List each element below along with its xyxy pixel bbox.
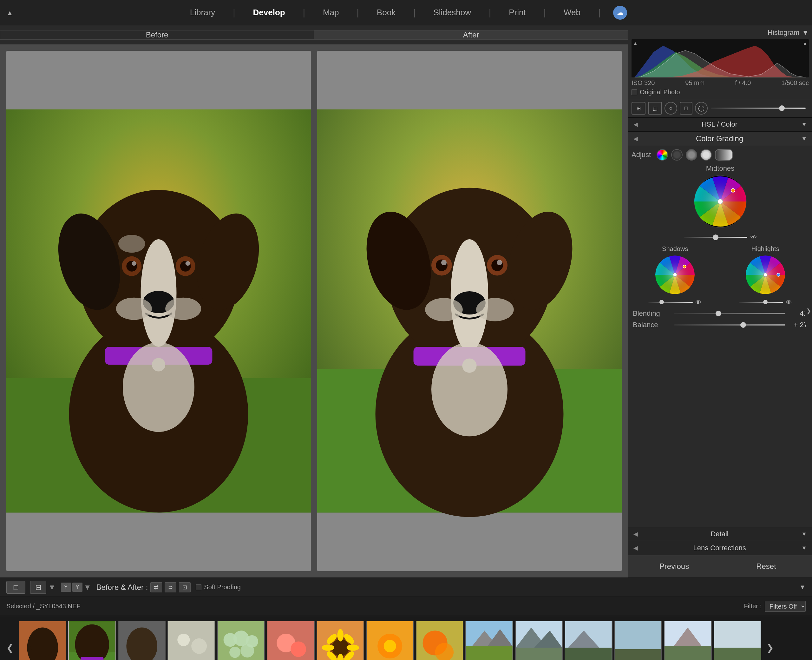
filmstrip-thumb-3[interactable] xyxy=(118,621,166,660)
reset-button[interactable]: Reset xyxy=(720,555,812,578)
collapse-cg-arrow[interactable]: ◀ xyxy=(633,135,638,142)
color-grading-section: Adjust Midtones xyxy=(628,146,812,527)
highlights-color-wheel[interactable] xyxy=(745,254,786,295)
circle2-tool-icon[interactable]: ◯ xyxy=(695,102,708,114)
svg-point-71 xyxy=(337,629,343,641)
filmstrip-thumb-14[interactable] xyxy=(664,621,711,660)
fit-view-btn[interactable]: ⊡ xyxy=(179,582,191,592)
filmstrip-thumb-15[interactable] xyxy=(714,621,761,660)
filmstrip-thumb-13[interactable] xyxy=(614,621,662,660)
filmstrip-right-arrow[interactable]: ❯ xyxy=(763,643,777,653)
original-photo-checkbox[interactable] xyxy=(632,89,637,95)
filmstrip-thumb-7[interactable] xyxy=(317,621,364,660)
svg-point-74 xyxy=(347,644,359,651)
view-mode-icon[interactable]: □ xyxy=(6,581,25,594)
nav-develop[interactable]: Develop xyxy=(248,5,290,20)
after-tab[interactable]: After xyxy=(314,30,628,40)
collapse-detail-arrow[interactable]: ◀ xyxy=(633,530,638,538)
midtones-wheel-center-dot[interactable] xyxy=(718,199,723,204)
yn-arrow[interactable]: ▼ xyxy=(84,583,91,592)
midtones-brightness-slider[interactable] xyxy=(684,237,747,238)
cloud-icon[interactable]: ☁ xyxy=(613,6,627,20)
filmstrip-thumb-6[interactable] xyxy=(267,621,314,660)
filmstrip-thumb-4[interactable] xyxy=(168,621,215,660)
histogram-top-right-arrow[interactable]: ▲ xyxy=(803,41,807,46)
highlights-wheel-dot[interactable] xyxy=(763,273,767,277)
shadows-slider-thumb[interactable] xyxy=(659,300,664,304)
toolbar-dropdown-arrow[interactable]: ▼ xyxy=(799,584,806,591)
grid-tool-icon[interactable]: ⊞ xyxy=(632,102,646,114)
balance-slider[interactable] xyxy=(674,324,785,325)
nav-slideshow[interactable]: Slideshow xyxy=(428,5,476,20)
y-btn[interactable]: Y xyxy=(61,582,71,592)
shadows-slider[interactable] xyxy=(648,302,693,303)
circle-tool-icon[interactable]: ○ xyxy=(665,102,677,114)
filmstrip-thumb-9[interactable] xyxy=(416,621,464,660)
svg-point-34 xyxy=(425,298,463,321)
collapse-lens-arrow[interactable]: ◀ xyxy=(633,544,638,552)
split-arrow[interactable]: ▼ xyxy=(48,583,56,592)
bottom-buttons: Previous Reset xyxy=(628,555,812,578)
filmstrip-thumb-1[interactable] xyxy=(19,621,66,660)
shadows-eye-icon[interactable]: 👁 xyxy=(695,299,702,306)
color-grading-section-header[interactable]: ◀ Color Grading ▼ xyxy=(628,132,812,146)
adjust-global-btn[interactable] xyxy=(715,149,733,160)
blending-slider-thumb[interactable] xyxy=(715,311,721,316)
shadows-color-wheel[interactable] xyxy=(655,254,695,295)
adjust-shadows-btn[interactable] xyxy=(671,149,682,160)
cg-arrow-right[interactable]: ▼ xyxy=(801,135,807,142)
filmstrip-thumb-5[interactable] xyxy=(217,621,265,660)
collapse-hsl-arrow[interactable]: ◀ xyxy=(633,121,638,128)
square-tool-icon[interactable]: □ xyxy=(680,102,692,114)
shutter-info: 1/500 sec xyxy=(781,79,809,87)
adjust-all-btn[interactable] xyxy=(657,149,668,160)
histogram-top-left-arrow[interactable]: ▲ xyxy=(633,41,638,46)
lens-arrow[interactable]: ▼ xyxy=(801,545,807,552)
before-tab[interactable]: Before xyxy=(0,30,314,40)
blending-value: 41 xyxy=(788,309,807,317)
detail-arrow[interactable]: ▼ xyxy=(801,531,807,538)
filmstrip-thumb-8[interactable] xyxy=(366,621,414,660)
highlights-slider[interactable] xyxy=(739,302,783,303)
filmstrip-thumb-10[interactable] xyxy=(465,621,513,660)
balance-slider-thumb[interactable] xyxy=(740,322,746,328)
nav-web[interactable]: Web xyxy=(559,5,586,20)
detail-section-header[interactable]: ◀ Detail ▼ xyxy=(628,527,812,541)
exposure-slider[interactable] xyxy=(711,108,806,109)
previous-button[interactable]: Previous xyxy=(628,555,720,578)
midtones-color-wheel[interactable] xyxy=(693,175,747,228)
split-view-icon[interactable]: ⊟ xyxy=(30,581,46,594)
adjust-midtones-btn[interactable] xyxy=(686,149,697,160)
filmstrip-thumb-12[interactable] xyxy=(565,621,612,660)
midtones-eye-icon[interactable]: 👁 xyxy=(750,233,757,241)
swap-before-after-btn[interactable]: ⇄ xyxy=(150,582,162,592)
highlights-eye-icon[interactable]: 👁 xyxy=(786,299,792,306)
status-bar: Selected / _SYL0543.NEF Filter : Filters… xyxy=(0,597,812,616)
right-panel-collapse-arrow[interactable]: ❯ xyxy=(805,298,812,324)
nav-library[interactable]: Library xyxy=(185,5,220,20)
midtones-brightness-thumb[interactable] xyxy=(713,235,719,240)
blending-slider[interactable] xyxy=(674,313,785,314)
top-left-arrow: ▲ xyxy=(6,9,13,17)
filmstrip-thumb-2[interactable] xyxy=(68,621,116,660)
exposure-slider-thumb[interactable] xyxy=(779,105,785,111)
filter-select[interactable]: Filters Off xyxy=(765,601,806,612)
svg-point-15 xyxy=(165,298,201,320)
nav-book[interactable]: Book xyxy=(372,5,400,20)
soft-proofing-checkbox[interactable] xyxy=(196,584,201,590)
hsl-color-section-header[interactable]: ◀ HSL / Color ▼ xyxy=(628,117,812,132)
copy-to-before-btn[interactable]: ⊃ xyxy=(165,582,176,592)
filmstrip-thumb-11[interactable] xyxy=(515,621,563,660)
histogram-dropdown-arrow[interactable]: ▼ xyxy=(802,29,809,37)
highlights-slider-thumb[interactable] xyxy=(763,300,768,304)
lens-corrections-section-header[interactable]: ◀ Lens Corrections ▼ xyxy=(628,541,812,555)
nav-map[interactable]: Map xyxy=(318,5,344,20)
crop-tool-icon[interactable]: ⬚ xyxy=(648,102,662,114)
nav-print[interactable]: Print xyxy=(504,5,531,20)
svg-point-73 xyxy=(321,644,334,651)
filmstrip-left-arrow[interactable]: ❮ xyxy=(3,643,17,653)
adjust-highlights-btn[interactable] xyxy=(700,149,712,160)
shadows-wheel-dot[interactable] xyxy=(673,273,677,277)
hsl-arrow-right[interactable]: ▼ xyxy=(801,121,807,128)
n-btn[interactable]: Y xyxy=(72,582,82,592)
